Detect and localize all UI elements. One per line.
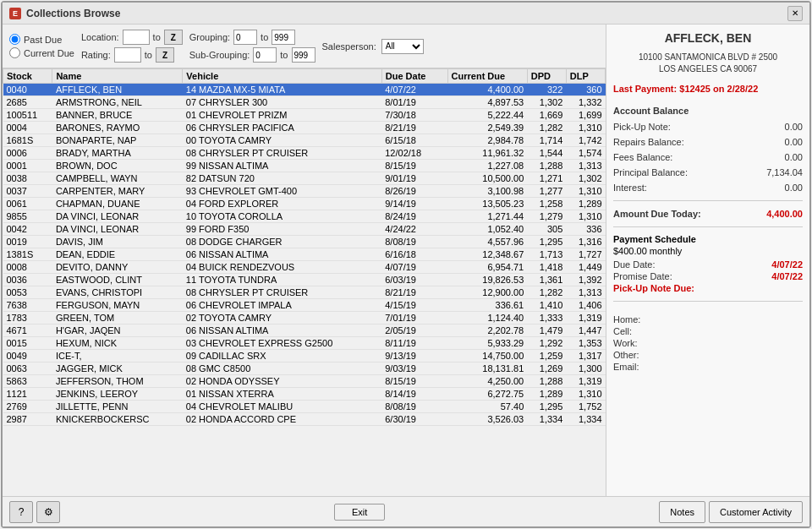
table-row[interactable]: 1121JENKINS, LEEROY01 NISSAN XTERRA8/14/… <box>3 388 606 401</box>
customer-activity-button[interactable]: Customer Activity <box>709 501 803 523</box>
notes-button[interactable]: Notes <box>659 501 705 523</box>
grouping-row: Grouping: to <box>189 30 315 45</box>
dpd-cell: 1,333 <box>527 312 566 324</box>
table-scroll[interactable]: Stock Name Vehicle Due Date Current Due … <box>3 68 606 496</box>
last-payment-on: on <box>713 84 724 94</box>
table-row[interactable]: 0006BRADY, MARTHA08 CHRYSLER PT CRUISER1… <box>3 147 606 160</box>
cell-label: Cell: <box>613 326 632 336</box>
subgrouping-to-input[interactable] <box>292 47 315 63</box>
other-row: Other: <box>613 349 803 361</box>
amount-due-row: Amount Due Today: 4,400.00 <box>613 208 803 220</box>
bottom-right: Notes Customer Activity <box>659 501 803 523</box>
table-row[interactable]: 1681SBONAPARTE, NAP00 TOYOTA CAMRY6/15/1… <box>3 134 606 147</box>
table-row[interactable]: 2769JILLETTE, PENN04 CHEVROLET MALIBU8/0… <box>3 401 606 413</box>
dlp-cell: 1,752 <box>566 401 605 413</box>
due-date-cell: 8/15/19 <box>381 375 447 388</box>
due-date-cell: 8/14/19 <box>381 388 447 401</box>
current-due-cell: 11,961.32 <box>447 147 527 160</box>
name-cell: CAMPBELL, WAYN <box>52 172 183 185</box>
name-cell: DA VINCI, LEONAR <box>52 223 183 236</box>
table-row[interactable]: 2987KNICKERBOCKERSC02 HONDA ACCORD CPE6/… <box>3 413 606 426</box>
table-row[interactable]: 0049ICE-T,09 CADILLAC SRX9/13/1914,750.0… <box>3 350 606 363</box>
table-row[interactable]: 9855DA VINCI, LEONAR10 TOYOTA COROLLA8/2… <box>3 210 606 223</box>
location-z-button[interactable]: Z <box>164 30 183 45</box>
subgrouping-row: Sub-Grouping: to <box>189 47 315 63</box>
table-row[interactable]: 0001BROWN, DOC99 NISSAN ALTIMA8/15/191,2… <box>3 160 606 172</box>
past-due-option[interactable]: Past Due <box>9 34 74 45</box>
table-row[interactable]: 0040AFFLECK, BEN14 MAZDA MX-5 MIATA4/07/… <box>3 84 606 96</box>
name-cell: HEXUM, NICK <box>52 337 183 350</box>
close-button[interactable]: ✕ <box>787 6 803 21</box>
current-due-radio[interactable] <box>9 47 20 58</box>
table-row[interactable]: 0053EVANS, CHRISTOPI08 CHRYSLER PT CRUIS… <box>3 286 606 299</box>
rating-z-button[interactable]: Z <box>156 47 174 63</box>
due-date-cell: 8/08/19 <box>381 236 447 248</box>
table-row[interactable]: 4671H'GAR, JAQEN06 NISSAN ALTIMA2/05/192… <box>3 324 606 337</box>
vehicle-cell: 02 HONDA ODYSSEY <box>183 375 381 388</box>
table-row[interactable]: 0008DEVITO, DANNY04 BUICK RENDEZVOUS4/07… <box>3 261 606 274</box>
table-row[interactable]: 0042DA VINCI, LEONAR99 FORD F3504/24/221… <box>3 223 606 236</box>
rating-from-input[interactable] <box>114 47 141 63</box>
exit-button[interactable]: Exit <box>334 504 385 521</box>
stock-cell: 0015 <box>3 337 52 350</box>
table-row[interactable]: 1783GREEN, TOM02 TOYOTA CAMRY7/01/191,12… <box>3 312 606 324</box>
dpd-cell: 1,418 <box>527 261 566 274</box>
salesperson-select[interactable]: All <box>381 39 424 54</box>
location-group: Location: to Z <box>81 30 183 45</box>
home-row: Home: <box>613 314 803 325</box>
table-row[interactable]: 0036EASTWOOD, CLINT11 TOYOTA TUNDRA6/03/… <box>3 274 606 286</box>
due-date-cell: 8/21/19 <box>381 122 447 134</box>
stock-cell: 0063 <box>3 363 52 375</box>
title-bar-left: E Collections Browse <box>9 8 120 19</box>
stock-cell: 0019 <box>3 236 52 248</box>
due-date-cell: 8/21/19 <box>381 286 447 299</box>
stock-cell: 1783 <box>3 312 52 324</box>
table-row[interactable]: 0019DAVIS, JIM08 DODGE CHARGER8/08/194,5… <box>3 236 606 248</box>
dpd-cell: 1,258 <box>527 198 566 210</box>
promise-date-label: Promise Date: <box>613 271 672 281</box>
table-row[interactable]: 5863JEFFERSON, THOM02 HONDA ODYSSEY8/15/… <box>3 375 606 388</box>
name-cell: BARONES, RAYMO <box>52 122 183 134</box>
subgrouping-from-input[interactable] <box>253 47 277 63</box>
table-row[interactable]: 2685ARMSTRONG, NEIL07 CHRYSLER 3008/01/1… <box>3 96 606 109</box>
table-row[interactable]: 100511BANNER, BRUCE01 CHEVROLET PRIZM7/3… <box>3 109 606 122</box>
current-due-cell: 5,933.29 <box>447 337 527 350</box>
dpd-cell: 1,282 <box>527 122 566 134</box>
due-date-cell: 8/24/19 <box>381 210 447 223</box>
table-row[interactable]: 0004BARONES, RAYMO06 CHRYSLER PACIFICA8/… <box>3 122 606 134</box>
table-row[interactable]: 1381SDEAN, EDDIE06 NISSAN ALTIMA6/16/181… <box>3 248 606 261</box>
col-header-due-date: Due Date <box>381 69 447 84</box>
table-row[interactable]: 0037CARPENTER, MARY93 CHEVROLET GMT-4008… <box>3 185 606 198</box>
current-due-option[interactable]: Current Due <box>9 47 74 58</box>
repairs-balance-label: Repairs Balance: <box>613 137 684 147</box>
payment-schedule: Payment Schedule $400.00 monthly Due Dat… <box>613 234 803 294</box>
due-date-cell: 6/16/18 <box>381 248 447 261</box>
past-due-radio[interactable] <box>9 34 20 45</box>
table-row[interactable]: 7638FERGUSON, MAYN06 CHEVROLET IMPALA4/1… <box>3 299 606 312</box>
col-header-dlp: DLP <box>566 69 605 84</box>
col-header-vehicle: Vehicle <box>183 69 381 84</box>
table-row[interactable]: 0063JAGGER, MICK08 GMC C85009/03/1918,13… <box>3 363 606 375</box>
stock-cell: 9855 <box>3 210 52 223</box>
schedule-divider <box>613 226 803 227</box>
vehicle-cell: 06 CHEVROLET IMPALA <box>183 299 381 312</box>
dpd-cell: 1,334 <box>527 413 566 426</box>
dpd-cell: 1,410 <box>527 299 566 312</box>
grouping-from-input[interactable] <box>233 30 257 45</box>
name-cell: ICE-T, <box>52 350 183 363</box>
current-due-cell: 12,348.67 <box>447 248 527 261</box>
grouping-to-input[interactable] <box>272 30 295 45</box>
repairs-balance-row: Repairs Balance: 0.00 <box>613 136 803 148</box>
table-row[interactable]: 0038CAMPBELL, WAYN82 DATSUN 7209/01/1910… <box>3 172 606 185</box>
settings-button[interactable]: ⚙ <box>36 501 60 523</box>
dlp-cell: 1,313 <box>566 160 605 172</box>
table-row[interactable]: 0015HEXUM, NICK03 CHEVROLET EXPRESS G250… <box>3 337 606 350</box>
table-row[interactable]: 0061CHAPMAN, DUANE04 FORD EXPLORER9/14/1… <box>3 198 606 210</box>
account-balance-header: Account Balance <box>613 106 803 116</box>
last-payment-amount: $12425 <box>679 84 710 94</box>
dpd-cell: 1,544 <box>527 147 566 160</box>
location-from-input[interactable] <box>123 30 150 45</box>
col-header-dpd: DPD <box>527 69 566 84</box>
help-button[interactable]: ? <box>9 501 33 523</box>
dpd-cell: 305 <box>527 223 566 236</box>
